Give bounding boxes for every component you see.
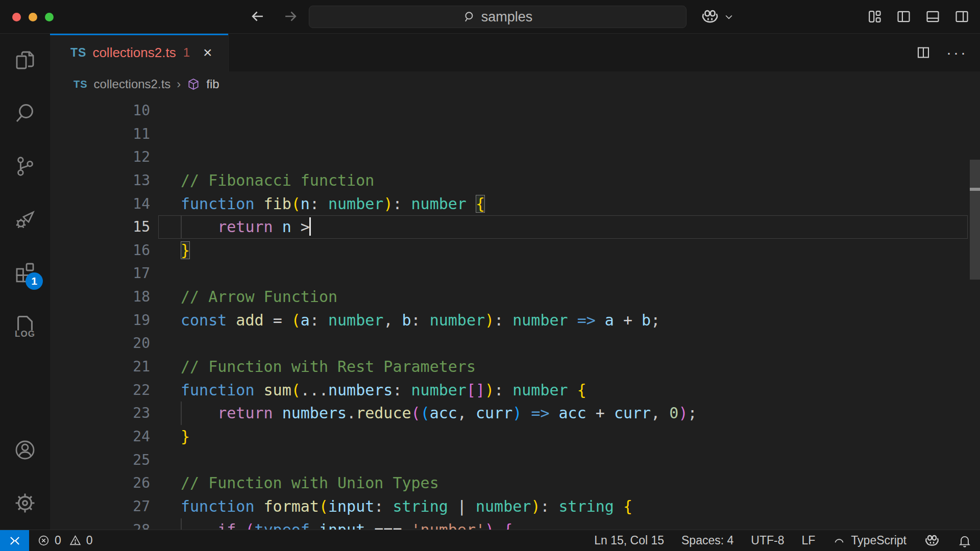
code-line[interactable]: 15 return n > <box>50 215 980 239</box>
code-line[interactable]: 25 <box>50 448 980 472</box>
code-line[interactable]: 21// Function with Rest Parameters <box>50 355 980 379</box>
code-line[interactable]: 26// Function with Union Types <box>50 471 980 495</box>
tab-close-icon[interactable]: × <box>203 45 212 60</box>
code-text: // Function with Union Types <box>181 471 439 495</box>
line-number: 28 <box>50 518 158 530</box>
tab-filename: collections2.ts <box>92 45 176 61</box>
code-line[interactable]: 23 return numbers.reduce((acc, curr) => … <box>50 402 980 425</box>
indent-guide <box>181 215 182 239</box>
chevron-right-icon: › <box>177 77 181 91</box>
settings-gear-icon <box>13 491 37 515</box>
split-editor-icon[interactable] <box>916 45 931 60</box>
code-line[interactable]: 14function fib(n: number): number { <box>50 192 980 216</box>
code-line[interactable]: 18// Arrow Function <box>50 285 980 309</box>
eol-setting[interactable]: LF <box>802 534 816 547</box>
code-text: return n > <box>181 215 311 239</box>
problems-status[interactable]: 0 0 <box>29 534 93 547</box>
toggle-primary-sidebar-icon[interactable] <box>896 9 912 24</box>
breadcrumb: TS collections2.ts › fib <box>50 71 980 97</box>
encoding-setting[interactable]: UTF-8 <box>751 534 784 547</box>
minimize-icon[interactable] <box>29 13 37 21</box>
scrollbar-thumb[interactable] <box>970 160 980 280</box>
code-line[interactable]: 11 <box>50 122 980 146</box>
error-count: 0 <box>55 534 61 547</box>
line-number: 18 <box>50 285 158 309</box>
indent-guide <box>181 518 182 530</box>
tab-collections2[interactable]: TS collections2.ts 1 × <box>50 34 229 71</box>
code-editor[interactable]: 10111213// Fibonacci function14function … <box>50 97 980 530</box>
code-line[interactable]: 20 <box>50 332 980 355</box>
toggle-panel-icon[interactable] <box>925 9 941 24</box>
language-mode[interactable]: TypeScript <box>832 534 906 547</box>
sidebar-item-search[interactable] <box>0 87 50 140</box>
line-number: 15 <box>50 215 158 239</box>
indentation-setting[interactable]: Spaces: 4 <box>681 534 733 547</box>
code-text: if (typeof input === 'number') { <box>181 518 512 530</box>
source-control-icon <box>13 155 37 178</box>
breadcrumb-file[interactable]: collections2.ts <box>94 77 171 91</box>
zoom-icon[interactable] <box>45 13 54 21</box>
indent-guide <box>181 402 182 425</box>
code-line[interactable]: 24} <box>50 425 980 448</box>
code-text: function sum(...numbers: number[]): numb… <box>181 379 586 402</box>
line-number: 14 <box>50 192 158 216</box>
cursor-position[interactable]: Ln 15, Col 15 <box>594 534 664 547</box>
sidebar-item-settings[interactable] <box>0 477 50 530</box>
chevron-down-icon <box>724 12 734 22</box>
code-lines: 10111213// Fibonacci function14function … <box>50 99 980 530</box>
copilot-status-icon[interactable] <box>924 533 940 549</box>
code-text: // Fibonacci function <box>181 169 374 192</box>
overview-ruler-cursor-mark <box>970 188 980 191</box>
code-line[interactable]: 13// Fibonacci function <box>50 169 980 192</box>
status-bar: 0 0 Ln 15, Col 15 Spaces: 4 UTF-8 LF Typ… <box>0 530 980 551</box>
error-icon <box>37 534 50 547</box>
code-text: } <box>181 239 190 262</box>
code-line[interactable]: 28 if (typeof input === 'number') { <box>50 518 980 530</box>
titlebar: samples <box>0 0 980 34</box>
code-line[interactable]: 22function sum(...numbers: number[]): nu… <box>50 379 980 402</box>
remote-indicator[interactable] <box>0 530 29 551</box>
code-line[interactable]: 10 <box>50 99 980 122</box>
line-number: 20 <box>50 332 158 355</box>
symbol-cube-icon <box>187 78 200 91</box>
code-text: } <box>181 425 190 448</box>
line-number: 11 <box>50 122 158 146</box>
copilot-icon <box>700 7 720 27</box>
run-debug-icon <box>13 207 37 232</box>
code-text: // Arrow Function <box>181 285 337 309</box>
line-number: 26 <box>50 471 158 495</box>
code-line[interactable]: 27function format(input: string | number… <box>50 495 980 518</box>
sidebar-item-run-debug[interactable] <box>0 193 50 246</box>
sidebar-item-explorer[interactable] <box>0 34 50 87</box>
sidebar-item-accounts[interactable] <box>0 423 50 477</box>
sidebar-item-source-control[interactable] <box>0 140 50 193</box>
line-number: 27 <box>50 495 158 518</box>
close-icon[interactable] <box>12 13 21 21</box>
line-number: 22 <box>50 379 158 402</box>
warning-icon <box>69 534 82 547</box>
code-line[interactable]: 16} <box>50 239 980 262</box>
more-actions-icon[interactable]: ··· <box>946 44 968 61</box>
warning-count: 0 <box>86 534 93 547</box>
log-label: LOG <box>15 329 35 339</box>
search-icon <box>463 10 476 23</box>
code-line[interactable]: 17 <box>50 262 980 285</box>
line-number: 16 <box>50 239 158 262</box>
files-icon <box>13 48 37 72</box>
copilot-menu-button[interactable] <box>700 7 734 27</box>
sidebar-item-extensions[interactable]: 1 <box>0 246 50 299</box>
line-number: 21 <box>50 355 158 379</box>
customize-layout-icon[interactable] <box>867 9 883 24</box>
toggle-secondary-sidebar-icon[interactable] <box>954 9 970 24</box>
command-center-search[interactable]: samples <box>309 6 687 28</box>
line-number: 10 <box>50 99 158 122</box>
line-number: 13 <box>50 169 158 192</box>
code-line[interactable]: 12 <box>50 145 980 169</box>
sidebar-item-log[interactable]: LOG <box>0 299 50 352</box>
back-arrow-icon[interactable] <box>249 8 266 25</box>
bell-icon[interactable] <box>958 534 972 548</box>
breadcrumb-symbol[interactable]: fib <box>206 77 219 91</box>
line-number: 19 <box>50 309 158 332</box>
code-line[interactable]: 19const add = (a: number, b: number): nu… <box>50 309 980 332</box>
forward-arrow-icon[interactable] <box>282 8 299 25</box>
